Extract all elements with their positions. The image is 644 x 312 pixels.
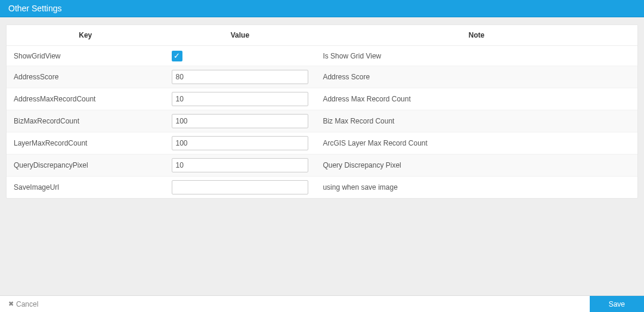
text-input[interactable] — [172, 92, 309, 106]
text-input[interactable] — [172, 158, 309, 172]
table-row: ShowGridView✓Is Show Grid View — [7, 46, 637, 66]
setting-note: Address Max Record Count — [315, 88, 637, 110]
cancel-button[interactable]: ✖ Cancel — [0, 296, 47, 312]
setting-value-cell — [165, 110, 316, 132]
table-row: LayerMaxRecordCountArcGIS Layer Max Reco… — [7, 132, 637, 155]
setting-value-cell: ✓ — [165, 46, 316, 66]
settings-table: Key Value Note ShowGridView✓Is Show Grid… — [7, 25, 637, 198]
table-header-row: Key Value Note — [7, 25, 637, 46]
table-row: QueryDiscrepancyPixelQuery Discrepancy P… — [7, 155, 637, 177]
text-input[interactable] — [172, 70, 309, 84]
setting-note: Biz Max Record Count — [315, 110, 637, 132]
setting-value-cell — [165, 132, 316, 155]
header-note: Note — [315, 25, 637, 46]
text-input[interactable] — [172, 136, 309, 150]
text-input[interactable] — [172, 114, 309, 128]
header-key: Key — [7, 25, 165, 46]
table-row: BizMaxRecordCountBiz Max Record Count — [7, 110, 637, 132]
table-row: AddressScoreAddress Score — [7, 66, 637, 88]
setting-key: AddressMaxRecordCount — [7, 88, 165, 110]
setting-key: BizMaxRecordCount — [7, 110, 165, 132]
setting-key: SaveImageUrl — [7, 177, 165, 199]
setting-key: ShowGridView — [7, 46, 165, 66]
footer-bar: ✖ Cancel Save — [0, 295, 644, 312]
setting-value-cell — [165, 155, 316, 177]
content-area: Key Value Note ShowGridView✓Is Show Grid… — [0, 17, 644, 206]
setting-key: QueryDiscrepancyPixel — [7, 155, 165, 177]
page-title: Other Settings — [8, 4, 62, 13]
setting-value-cell — [165, 88, 316, 110]
settings-panel: Key Value Note ShowGridView✓Is Show Grid… — [6, 24, 638, 199]
setting-note: Query Discrepancy Pixel — [315, 155, 637, 177]
setting-note: using when save image — [315, 177, 637, 199]
table-row: AddressMaxRecordCountAddress Max Record … — [7, 88, 637, 110]
checkbox-input[interactable]: ✓ — [172, 51, 182, 61]
save-label: Save — [609, 300, 625, 308]
setting-note: ArcGIS Layer Max Record Count — [315, 132, 637, 155]
setting-key: AddressScore — [7, 66, 165, 88]
text-input[interactable] — [172, 180, 309, 194]
setting-key: LayerMaxRecordCount — [7, 132, 165, 155]
setting-value-cell — [165, 177, 316, 199]
setting-note: Is Show Grid View — [315, 46, 637, 66]
cancel-label: Cancel — [16, 300, 38, 308]
header-value: Value — [165, 25, 316, 46]
page-header: Other Settings — [0, 0, 644, 17]
setting-value-cell — [165, 66, 316, 88]
save-button[interactable]: Save — [590, 296, 644, 312]
setting-note: Address Score — [315, 66, 637, 88]
close-icon: ✖ — [8, 301, 14, 307]
table-row: SaveImageUrlusing when save image — [7, 177, 637, 199]
